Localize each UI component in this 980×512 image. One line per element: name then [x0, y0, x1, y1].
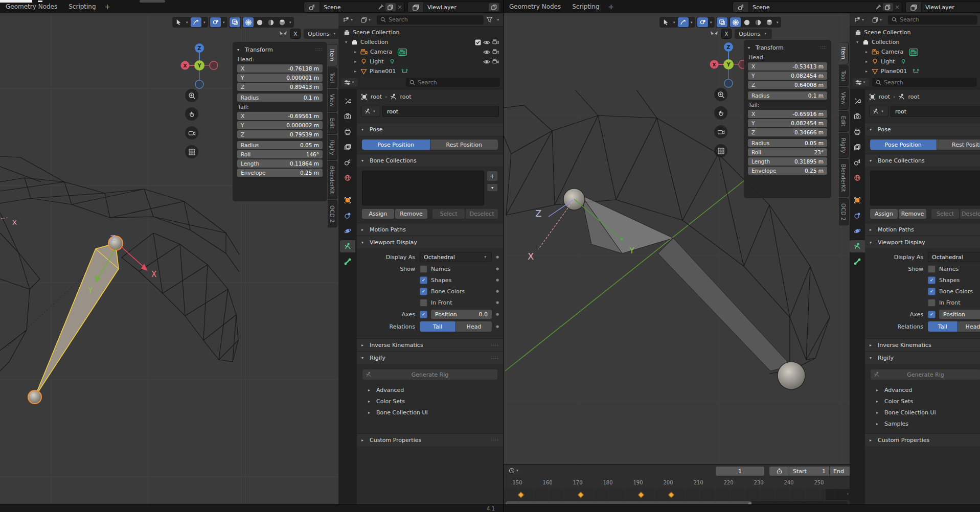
transform-value-field[interactable]: X-0.69561 m — [237, 112, 323, 120]
eye-icon[interactable] — [483, 59, 490, 65]
tail-radius-field[interactable]: Radius0.05 m — [237, 141, 323, 149]
workspace-tab-geometry-nodes[interactable]: Geometry Nodes — [504, 0, 566, 13]
workspace-tab-scripting[interactable]: Scripting — [566, 0, 605, 13]
length-field[interactable]: Length0.11864 m — [237, 159, 323, 168]
keyframe-diamond[interactable] — [578, 492, 584, 498]
head-radius-field[interactable]: Radius0.1 m — [237, 94, 323, 102]
custom-properties-panel-header[interactable]: ▸Custom Properties∷∷ — [357, 434, 503, 446]
deselect-button[interactable]: Deselect — [960, 209, 980, 219]
armature-datablock-dropdown[interactable]: ▾ — [869, 106, 888, 117]
bone-tail-joint[interactable] — [28, 390, 41, 404]
outliner-row-light[interactable]: ▸ Light — [850, 57, 980, 66]
expand-icon[interactable]: ▸ — [353, 59, 358, 64]
tab-object-data-armature[interactable] — [850, 240, 865, 252]
bone-joint-sphere[interactable] — [778, 362, 805, 389]
animate-dot[interactable]: ● — [496, 255, 499, 259]
transform-value-field[interactable]: X-0.76138 m — [237, 64, 323, 73]
snap-group[interactable]: ▾ — [209, 17, 227, 28]
current-frame-field[interactable]: 1 — [716, 467, 764, 476]
transform-value-field[interactable]: Y0.082454 m — [748, 119, 827, 127]
mirror-butterfly-icon[interactable] — [710, 30, 718, 37]
sidebar-tab-tool[interactable]: Tool — [328, 67, 337, 88]
animate-dot[interactable]: ● — [496, 312, 499, 316]
zoom-button[interactable] — [185, 89, 198, 102]
add-bone-collection-button[interactable]: + — [487, 171, 498, 181]
shading-mode-group[interactable]: ▾ — [729, 17, 781, 28]
display-as-dropdown[interactable]: Octahedral▾ — [420, 252, 492, 262]
properties-search-input[interactable]: Search — [872, 78, 977, 87]
expand-icon[interactable]: ▸ — [864, 69, 869, 74]
keyframe-diamond[interactable] — [518, 492, 525, 498]
generate-rig-button[interactable]: Generate Rig — [870, 369, 980, 380]
outliner-filter-id-dropdown[interactable]: ▾ — [359, 16, 374, 24]
drag-handle[interactable]: ∷∷ — [821, 45, 827, 50]
outliner-search-input[interactable]: Search — [377, 15, 484, 25]
animate-dot[interactable]: ● — [496, 289, 499, 293]
tail-radius-field[interactable]: Radius0.05 m — [748, 139, 827, 147]
expand-icon[interactable]: ▸ — [864, 50, 869, 54]
outliner-row-camera[interactable]: ▸ Camera — [338, 47, 503, 57]
animate-dot[interactable]: ● — [496, 278, 499, 282]
transform-panel-header[interactable]: ▾ Transform ∷∷ — [748, 43, 827, 52]
keyframe-track[interactable] — [504, 489, 850, 500]
sidebar-tab-ocd2[interactable]: OCD 2 — [328, 200, 337, 228]
unlink-scene-icon[interactable]: × — [895, 4, 900, 11]
toggle-grid-button[interactable] — [185, 145, 198, 158]
select-button[interactable]: Select — [432, 209, 465, 219]
tab-scene[interactable] — [850, 156, 865, 169]
head-radius-field[interactable]: Radius0.1 m — [748, 91, 827, 100]
motion-paths-panel-header[interactable]: ▸Motion Paths — [865, 223, 980, 236]
axes-position-slider[interactable]: Position — [939, 310, 980, 319]
shading-mode-group[interactable]: ▾ — [242, 17, 294, 28]
relations-tail-button[interactable]: Tail — [928, 321, 958, 332]
unlink-scene-icon[interactable]: × — [397, 4, 402, 11]
envelope-field[interactable]: Envelope0.25 m — [748, 167, 827, 175]
custom-properties-panel-header[interactable]: ▸Custom Properties — [865, 434, 980, 446]
tab-object[interactable] — [340, 194, 355, 206]
selected-bone[interactable] — [35, 243, 119, 397]
rest-position-button[interactable]: Rest Position — [937, 139, 980, 150]
tab-world[interactable] — [850, 172, 865, 184]
pose-panel-header[interactable]: ▾Pose — [357, 123, 503, 135]
axes-checkbox[interactable]: ✓ — [928, 311, 936, 318]
names-checkbox[interactable] — [420, 265, 427, 273]
pose-position-button[interactable]: Pose Position — [362, 139, 430, 150]
tab-view-layer[interactable] — [340, 141, 355, 153]
shapes-checkbox[interactable]: ✓ — [928, 276, 936, 284]
tab-bone[interactable] — [340, 255, 355, 268]
navigation-gizmo[interactable]: Z Y X — [180, 42, 219, 91]
tab-tool[interactable] — [340, 95, 355, 107]
viewport-display-panel-header[interactable]: ▾Viewport Display — [357, 236, 503, 248]
rest-position-button[interactable]: Rest Position — [430, 139, 498, 150]
transform-value-field[interactable]: Z0.89413 m — [237, 83, 323, 91]
advanced-subpanel-header[interactable]: ▸Advanced — [870, 384, 980, 395]
outliner-row-collection[interactable]: ▾ Collection — [850, 37, 980, 47]
motion-paths-panel-header[interactable]: ▸Motion Paths — [357, 223, 503, 236]
frame-start-field[interactable]: Start1 — [789, 467, 829, 476]
pan-hand-button[interactable] — [185, 107, 198, 121]
camera-view-button[interactable] — [714, 125, 727, 138]
viewlayer-icon[interactable] — [906, 2, 922, 12]
outliner-row-scene-collection[interactable]: Scene Collection — [338, 28, 503, 37]
sidebar-tab-view[interactable]: View — [839, 87, 849, 110]
animate-dot[interactable]: ● — [496, 267, 499, 271]
assign-button[interactable]: Assign — [362, 209, 394, 219]
outliner-display-mode-dropdown[interactable]: ▾ — [341, 16, 356, 24]
scene-selector[interactable]: Scene × — [733, 2, 902, 13]
drag-handle[interactable]: ∷∷ — [492, 342, 498, 347]
color-sets-subpanel-header[interactable]: ▸Color Sets — [362, 395, 498, 407]
render-visibility-camera-icon[interactable] — [492, 59, 499, 64]
navigation-gizmo[interactable]: Z Y X — [709, 41, 748, 90]
outliner-display-mode-dropdown[interactable]: ▾ — [852, 16, 868, 24]
properties-search-input[interactable]: Search — [406, 78, 500, 87]
tab-output[interactable] — [340, 126, 355, 138]
rigify-panel-header[interactable]: ▾Rigify — [865, 352, 980, 364]
assign-button[interactable]: Assign — [870, 209, 898, 219]
keyframe-diamond[interactable] — [638, 492, 645, 498]
proportional-edit-group[interactable]: ▾ — [677, 17, 695, 28]
outliner-row-light[interactable]: ▸ Light — [338, 57, 503, 66]
pose-panel-header[interactable]: ▾Pose — [865, 123, 980, 135]
relations-head-button[interactable]: Head — [455, 321, 492, 332]
sidebar-tab-edit[interactable]: Edit — [839, 111, 849, 131]
proportional-edit-group[interactable]: ▾ — [190, 17, 208, 28]
